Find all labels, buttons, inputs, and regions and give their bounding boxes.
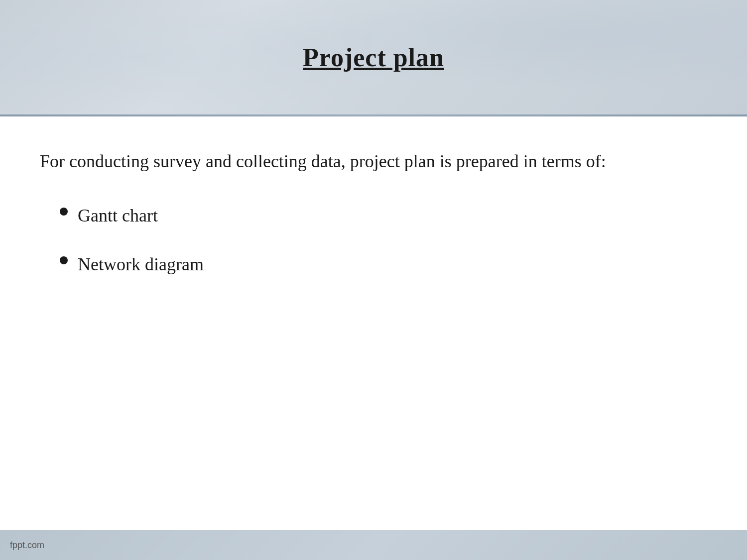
header: Project plan xyxy=(0,0,747,114)
bullet-icon xyxy=(60,208,68,216)
bullet-icon xyxy=(60,256,68,264)
footer: fppt.com xyxy=(0,530,747,560)
list-item: Gantt chart xyxy=(60,202,707,230)
bullet-text-gantt: Gantt chart xyxy=(78,202,158,230)
page-title: Project plan xyxy=(303,43,444,72)
list-item: Network diagram xyxy=(60,250,707,279)
main-content: For conducting survey and collecting dat… xyxy=(0,116,747,329)
bullet-text-network: Network diagram xyxy=(78,250,204,279)
intro-paragraph: For conducting survey and collecting dat… xyxy=(40,146,707,177)
footer-watermark: fppt.com xyxy=(10,540,44,551)
bullet-list: Gantt chart Network diagram xyxy=(60,202,707,279)
